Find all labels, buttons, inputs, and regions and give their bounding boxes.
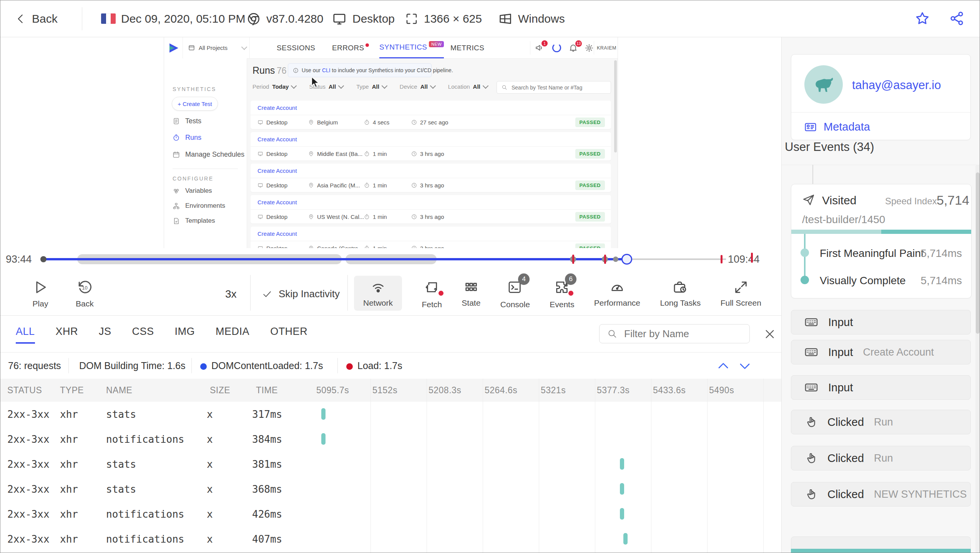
sidebar-scrollbar-thumb[interactable]: [976, 172, 980, 334]
chevron-down-icon: [241, 44, 247, 50]
replay-app-nav: All Projects SESSIONS ERRORS SYNTHETICS …: [164, 37, 618, 59]
monitor-icon: [332, 11, 347, 26]
fmp-label: First Meaningful Paint: [820, 247, 924, 260]
runs-icon: [173, 134, 180, 141]
variables-icon: [173, 187, 180, 195]
loading-spinner-icon: [549, 40, 564, 55]
network-request-row[interactable]: 2xx-3xxxhr notificationsx 407ms: [0, 527, 781, 551]
play-button[interactable]: Play: [32, 279, 49, 308]
briefcase-clock-icon: [673, 280, 688, 295]
tab-all[interactable]: ALL: [16, 326, 35, 344]
errors-red-dot: [365, 43, 369, 47]
filter-type: TypeAll: [356, 83, 387, 90]
browser-info: v87.0.4280: [246, 0, 323, 37]
replay-stage[interactable]: All Projects SESSIONS ERRORS SYNTHETICS …: [0, 37, 781, 248]
section-synthetics-label: SYNTHETICS: [173, 86, 216, 92]
partial-speed-bar: [791, 549, 971, 553]
event-item-clicked[interactable]: ClickedRun: [791, 446, 971, 470]
network-filter-input[interactable]: [623, 328, 742, 340]
keyboard-icon: [804, 315, 818, 329]
close-panel-icon[interactable]: [764, 328, 776, 340]
controls-divider: [347, 275, 348, 311]
back-button[interactable]: Back: [15, 0, 58, 37]
filter-device: DeviceAll: [400, 83, 435, 90]
click-hand-icon: [804, 416, 817, 429]
dom-content-loaded: DOMContentLoaded: 1.7s: [200, 360, 323, 371]
network-request-row[interactable]: 2xx-3xxxhr statsx 317ms: [0, 402, 781, 427]
chevron-left-icon: [15, 13, 27, 25]
error-marker: [572, 255, 574, 264]
settings-gear-icon: [585, 43, 594, 53]
current-time-label: 93:44: [6, 253, 32, 265]
clock-icon: [411, 182, 417, 188]
full-screen-button[interactable]: Full Screen: [721, 276, 761, 308]
sidebar-scrollbar-track[interactable]: [975, 165, 980, 553]
load-dot: [346, 363, 353, 370]
filter-period: PeriodToday: [252, 83, 296, 90]
replay-app-sidebar: SYNTHETICS + Create Test Tests Runs Mana…: [164, 58, 247, 248]
device-icon: [257, 151, 263, 157]
metadata-button[interactable]: Metadata: [804, 121, 870, 133]
cli-link: CLI: [322, 67, 331, 73]
avatar: [804, 65, 843, 104]
event-item-input[interactable]: InputCreate Account: [791, 340, 971, 364]
location-pin-icon: [308, 245, 314, 248]
favorite-button[interactable]: [914, 10, 930, 28]
event-marker-dot: [613, 257, 618, 262]
device-icon: [257, 245, 263, 248]
performance-panel-button[interactable]: Performance: [594, 276, 640, 308]
tests-icon: [173, 118, 180, 125]
jump-up-icon[interactable]: [716, 359, 731, 373]
jump-down-icon[interactable]: [737, 359, 752, 373]
sidebar-item-templates: Templates: [173, 217, 215, 225]
gauge-icon: [610, 280, 625, 295]
vc-label: Visually Complete: [820, 275, 906, 287]
network-request-row[interactable]: 2xx-3xxxhr notificationsx 384ms: [0, 427, 781, 452]
network-request-row[interactable]: 2xx-3xxxhr statsx 368ms: [0, 477, 781, 502]
timeline-start-dot: [40, 256, 47, 262]
back-10-button[interactable]: 10 Back: [76, 279, 94, 308]
share-icon: [949, 10, 965, 26]
animal-avatar-icon: [811, 72, 836, 97]
share-button[interactable]: [949, 10, 965, 28]
clock-icon: [411, 119, 417, 125]
state-panel-button[interactable]: State: [462, 276, 480, 308]
user-email-link[interactable]: tahay@asayer.io: [852, 78, 941, 92]
chevron-down-icon: [482, 83, 488, 89]
visited-event-card[interactable]: Visited Speed Index 5,714 /test-builder/…: [791, 184, 972, 298]
duration-icon: [364, 245, 370, 248]
timeline-track-played[interactable]: [42, 258, 627, 260]
click-hand-icon: [804, 452, 817, 465]
console-panel-button[interactable]: 4 Console: [500, 276, 530, 309]
tab-img[interactable]: IMG: [175, 326, 195, 344]
tab-xhr[interactable]: XHR: [56, 326, 78, 344]
waterfall-bar: [321, 433, 326, 445]
event-item-clicked[interactable]: ClickedNEW SYNTHETICS: [791, 482, 971, 507]
events-panel-button[interactable]: 6 Events: [550, 276, 574, 309]
timeline-handle[interactable]: [621, 254, 632, 265]
tab-other[interactable]: OTHER: [270, 326, 307, 344]
waterfall-bar: [620, 458, 624, 470]
event-item-input[interactable]: Input: [791, 375, 971, 400]
skip-inactivity-toggle[interactable]: Skip Inactivity: [262, 288, 340, 300]
timeline-track-remaining[interactable]: [627, 258, 726, 260]
resolution-label: 1366 × 625: [424, 12, 482, 25]
tab-js[interactable]: JS: [99, 326, 111, 344]
events-puzzle-icon: 6: [554, 280, 570, 296]
tab-media[interactable]: MEDIA: [216, 326, 249, 344]
keyboard-icon: [804, 381, 818, 394]
star-icon: [914, 10, 930, 26]
fetch-panel-button[interactable]: Fetch: [422, 276, 442, 309]
network-panel-button[interactable]: Network: [354, 276, 402, 311]
event-item-input[interactable]: Input: [791, 310, 971, 334]
network-request-row[interactable]: 2xx-3xxxhr statsx 381ms: [0, 452, 781, 477]
network-request-row[interactable]: 2xx-3xxxhr notificationsx 426ms: [0, 502, 781, 527]
speed-toggle[interactable]: 3x: [225, 288, 237, 300]
event-item-clicked[interactable]: ClickedRun: [791, 410, 971, 434]
clock-icon: [411, 214, 417, 220]
duration-icon: [364, 182, 370, 188]
play-icon: [32, 279, 49, 296]
speed-bar-dark: [881, 230, 971, 234]
long-tasks-panel-button[interactable]: Long Tasks: [660, 276, 701, 308]
tab-css[interactable]: CSS: [132, 326, 154, 344]
